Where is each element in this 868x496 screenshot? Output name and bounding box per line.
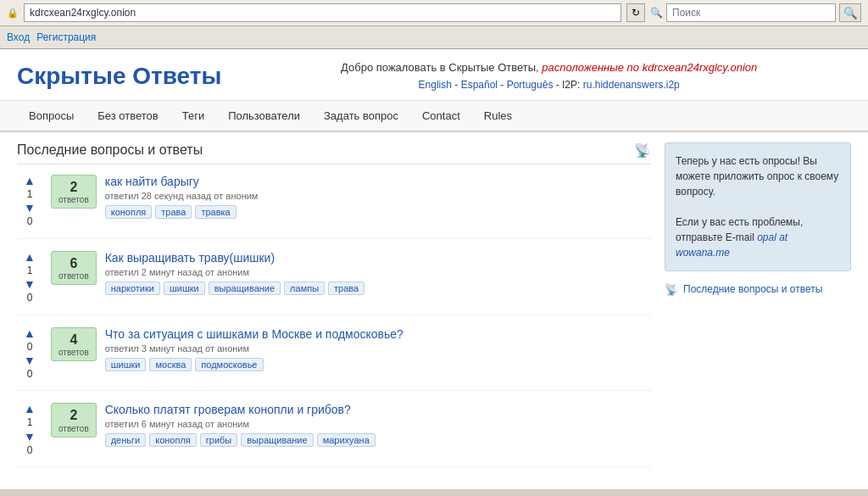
tag[interactable]: марихуана <box>317 433 376 447</box>
question-meta-q4: ответил 6 минут назад от аноним <box>105 419 651 429</box>
sidebar-rss: 📡 Последние вопросы и ответы <box>665 283 851 296</box>
answer-num-q1: 2 <box>58 179 89 195</box>
site-logo: Скрытые Ответы <box>17 63 221 90</box>
search-label: 🔍 <box>650 7 663 19</box>
tag[interactable]: шишки <box>105 358 147 371</box>
nav-unanswered[interactable]: Без ответов <box>86 101 170 131</box>
answer-box-q2: 6 ответов <box>51 251 97 285</box>
tag[interactable]: конопля <box>149 433 197 447</box>
vote-down-q3[interactable]: ▼ <box>24 354 36 366</box>
tag[interactable]: шишки <box>164 281 205 295</box>
tag[interactable]: выращивание <box>241 433 313 447</box>
nav-rules[interactable]: Rules <box>472 101 524 131</box>
tag[interactable]: наркотики <box>105 281 160 295</box>
vote-box-q4: ▲ 1 ▼ 0 <box>17 403 42 456</box>
answer-num-q2: 6 <box>58 255 89 271</box>
answer-box-q3: 4 ответов <box>51 327 97 361</box>
nav-users[interactable]: Пользователи <box>216 101 312 131</box>
nav-questions[interactable]: Вопросы <box>17 101 86 131</box>
answer-label-q1: ответов <box>58 195 89 204</box>
sidebar-promo-box: Теперь у нас есть опросы! Вы можете прил… <box>665 142 851 271</box>
site-tagline: Добро пожаловать в Скрытые Ответы, распо… <box>247 59 851 93</box>
main-nav: Вопросы Без ответов Теги Пользователи За… <box>0 101 868 132</box>
refresh-button[interactable]: ↻ <box>626 3 645 22</box>
address-bar: 🔒 ↻ 🔍 🔍 <box>0 0 868 26</box>
vote-box-q2: ▲ 1 ▼ 0 <box>17 251 42 304</box>
rss-icon[interactable]: 📡 <box>634 142 651 159</box>
tagline-links: English - Español - Português - I2P: ru.… <box>247 77 851 93</box>
vote-up-q2[interactable]: ▲ <box>24 251 36 263</box>
main-column: Последние вопросы и ответы 📡 ▲ 1 ▼ 0 2 о… <box>17 142 651 479</box>
sidebar-contact-text: Если у вас есть проблемы, отправьте E-ma… <box>676 215 840 260</box>
tags-q3: шишки москва подмосковье <box>105 358 651 371</box>
tag[interactable]: деньги <box>105 433 147 447</box>
tag[interactable]: грибы <box>200 433 237 447</box>
answer-num-q4: 2 <box>58 407 89 423</box>
page-wrapper: Скрытые Ответы Добро пожаловать в Скрыты… <box>0 49 868 489</box>
tag[interactable]: трава <box>155 205 192 219</box>
tag[interactable]: подмосковье <box>195 358 263 371</box>
vote-count-down-q4: 0 <box>27 444 33 456</box>
nav-contact[interactable]: Contact <box>410 101 472 131</box>
vote-up-q1[interactable]: ▲ <box>24 175 36 187</box>
nav-ask[interactable]: Задать вопрос <box>312 101 410 131</box>
browser-search-button[interactable]: 🔍 <box>839 3 861 22</box>
vote-down-q1[interactable]: ▼ <box>24 202 36 214</box>
tag[interactable]: трава <box>328 281 364 295</box>
question-meta-q1: ответил 28 секунд назад от аноним <box>105 191 651 201</box>
vote-count-up-q3: 0 <box>27 341 33 353</box>
browser-search-input[interactable] <box>666 3 836 22</box>
question-title-q4[interactable]: Сколько платят гроверам конопли и грибов… <box>105 403 651 416</box>
answer-label-q4: ответов <box>58 424 89 433</box>
tag[interactable]: лампы <box>284 281 325 295</box>
content-area: Последние вопросы и ответы 📡 ▲ 1 ▼ 0 2 о… <box>0 132 868 489</box>
page-title: Последние вопросы и ответы <box>17 142 203 158</box>
tagline-text: Добро пожаловать в Скрытые Ответы, <box>341 61 542 74</box>
tag[interactable]: москва <box>149 358 192 371</box>
lock-icon: 🔒 <box>7 8 19 19</box>
browser-nav-links: Вход Регистрация <box>7 30 96 45</box>
answer-label-q3: ответов <box>58 348 89 357</box>
lang-i2p[interactable]: ru.hiddenanswers.i2p <box>583 79 680 91</box>
answer-box-q1: 2 ответов <box>51 175 97 209</box>
tag[interactable]: выращивание <box>209 281 281 295</box>
sidebar: Теперь у нас есть опросы! Вы можете прил… <box>665 142 851 479</box>
tagline-main: Добро пожаловать в Скрытые Ответы, распо… <box>247 59 851 77</box>
browser-nav-login[interactable]: Вход <box>7 31 30 43</box>
tag[interactable]: травка <box>195 205 236 219</box>
page-title-row: Последние вопросы и ответы 📡 <box>17 142 651 164</box>
vote-up-q3[interactable]: ▲ <box>24 327 36 339</box>
sidebar-promo-text: Теперь у нас есть опросы! Вы можете прил… <box>676 153 840 199</box>
answer-num-q3: 4 <box>58 332 89 348</box>
question-title-q2[interactable]: Как выращивать траву(шишки) <box>105 251 651 265</box>
lang-portuguese[interactable]: Português <box>507 79 554 91</box>
tags-q4: деньги конопля грибы выращивание марихуа… <box>105 433 651 447</box>
toolbar-row: Вход Регистрация <box>0 26 868 48</box>
address-input[interactable] <box>24 3 621 22</box>
browser-search-box: 🔍 🔍 <box>650 3 861 22</box>
nav-tags[interactable]: Теги <box>170 101 216 131</box>
question-item: ▲ 1 ▼ 0 2 ответов как найти барыгу ответ… <box>17 175 651 239</box>
vote-count-down-q2: 0 <box>27 292 33 304</box>
tag[interactable]: конопля <box>105 205 153 219</box>
vote-down-q4[interactable]: ▼ <box>24 431 36 443</box>
lang-english[interactable]: English <box>419 79 452 91</box>
sidebar-rss-link[interactable]: Последние вопросы и ответы <box>683 283 822 295</box>
vote-box-q3: ▲ 0 ▼ 0 <box>17 327 42 381</box>
vote-down-q2[interactable]: ▼ <box>24 278 36 290</box>
rss-icon-small: 📡 <box>665 283 678 296</box>
answer-box-q4: 2 ответов <box>51 403 97 437</box>
question-meta-q2: ответил 2 минут назад от аноним <box>105 267 651 277</box>
site-header: Скрытые Ответы Добро пожаловать в Скрыты… <box>0 49 868 101</box>
tagline-url: расположенные по kdrcxean24rxglcy.onion <box>542 61 757 74</box>
vote-up-q4[interactable]: ▲ <box>24 403 36 415</box>
browser-chrome: 🔒 ↻ 🔍 🔍 Вход Регистрация <box>0 0 868 49</box>
vote-count-down-q3: 0 <box>27 368 33 380</box>
question-title-q3[interactable]: Что за ситуация с шишками в Москве и под… <box>105 327 651 341</box>
browser-nav-register[interactable]: Регистрация <box>36 31 96 43</box>
question-title-q1[interactable]: как найти барыгу <box>105 175 651 188</box>
question-item: ▲ 1 ▼ 0 6 ответов Как выращивать траву(ш… <box>17 251 651 315</box>
lang-spanish[interactable]: Español <box>461 79 498 91</box>
vote-box-q1: ▲ 1 ▼ 0 <box>17 175 42 228</box>
question-body-q4: Сколько платят гроверам конопли и грибов… <box>105 403 651 447</box>
